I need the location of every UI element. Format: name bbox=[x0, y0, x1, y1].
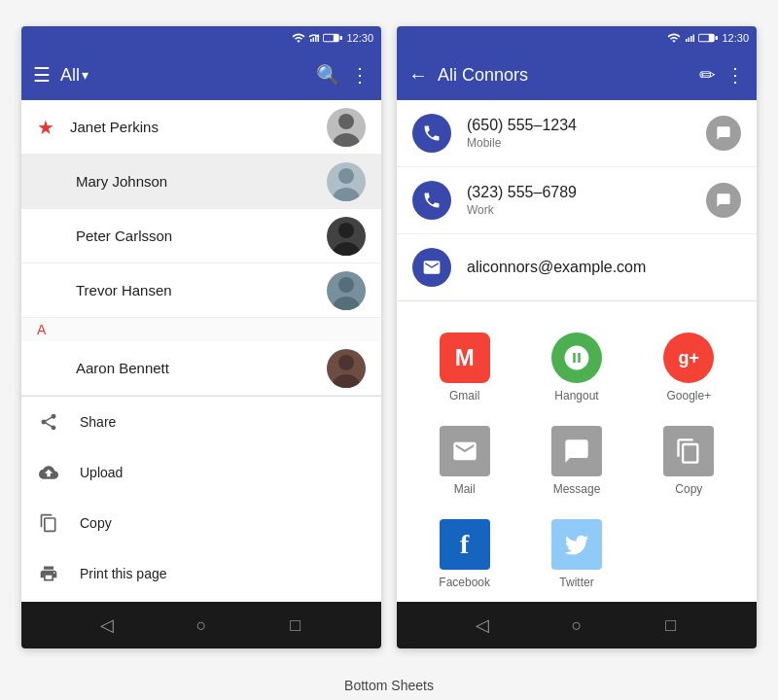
facebook-label: Facebook bbox=[439, 576, 490, 589]
copy-icon bbox=[37, 511, 60, 535]
phone-entry-mobile[interactable]: (650) 555–1234 Mobile bbox=[397, 100, 757, 167]
status-icons bbox=[292, 31, 342, 45]
contact-name-mary: Mary Johnson bbox=[76, 173, 311, 190]
right-status-icons bbox=[667, 31, 718, 45]
svg-point-7 bbox=[338, 114, 354, 129]
right-back-nav-icon[interactable]: ◁ bbox=[465, 608, 500, 643]
right-time: 12:30 bbox=[722, 32, 749, 44]
svg-rect-1 bbox=[313, 38, 315, 43]
contact-name-janet: Janet Perkins bbox=[70, 119, 311, 135]
mail-icon bbox=[440, 426, 490, 476]
back-icon[interactable]: ◁ bbox=[89, 608, 124, 643]
contact-item-aaron[interactable]: Aaron Bennett bbox=[21, 341, 381, 396]
contact-item-trevor[interactable]: Trevor Hansen bbox=[21, 263, 381, 318]
right-recent-nav-icon[interactable]: □ bbox=[654, 608, 689, 643]
print-label: Print this page bbox=[80, 566, 167, 581]
copy-share-icon bbox=[663, 426, 714, 476]
right-status-bar: 12:30 bbox=[397, 26, 757, 50]
dropdown-arrow-icon: ▾ bbox=[82, 67, 88, 83]
sheet-item-print[interactable]: Print this page bbox=[21, 548, 381, 599]
wifi-icon bbox=[292, 31, 305, 45]
sms-icon-work[interactable] bbox=[706, 183, 741, 218]
left-app-bar: ☰ All ▾ 🔍 ⋮ bbox=[21, 50, 381, 100]
svg-point-11 bbox=[338, 223, 354, 238]
section-letter-a: A bbox=[37, 322, 76, 337]
googleplus-label: Google+ bbox=[666, 389, 711, 402]
contact-item-janet[interactable]: ★ Janet Perkins bbox=[21, 100, 381, 155]
share-app-message[interactable]: Message bbox=[524, 418, 628, 504]
share-app-facebook[interactable]: f Facebook bbox=[412, 511, 516, 597]
contact-name-aaron: Aaron Bennett bbox=[76, 360, 311, 376]
work-info: (323) 555–6789 Work bbox=[467, 184, 690, 217]
all-label: All bbox=[60, 65, 80, 86]
svg-point-12 bbox=[333, 242, 360, 256]
email-entry[interactable]: aliconnors@example.com bbox=[397, 234, 757, 301]
contacts-list: ★ Janet Perkins Mary Johnson Peter Carls… bbox=[21, 100, 381, 602]
sheet-item-upload[interactable]: Upload bbox=[21, 447, 381, 498]
work-type: Work bbox=[467, 203, 690, 217]
share-app-mail[interactable]: Mail bbox=[412, 418, 516, 504]
googleplus-icon: g+ bbox=[663, 332, 714, 383]
contact-item-mary[interactable]: Mary Johnson bbox=[21, 155, 381, 209]
svg-rect-2 bbox=[315, 36, 317, 42]
left-bottom-sheet: Share Upload Copy bbox=[21, 396, 381, 599]
gmail-icon: M bbox=[440, 332, 490, 383]
hangout-label: Hangout bbox=[554, 389, 598, 402]
svg-point-8 bbox=[333, 133, 360, 147]
sms-icon-mobile[interactable] bbox=[706, 116, 741, 151]
sheet-item-share[interactable]: Share bbox=[21, 397, 381, 447]
work-number: (323) 555–6789 bbox=[467, 184, 690, 201]
left-phone: 12:30 ☰ All ▾ 🔍 ⋮ ★ Janet Perkins bbox=[21, 26, 381, 648]
svg-rect-6 bbox=[340, 36, 343, 40]
message-label: Message bbox=[553, 482, 601, 496]
share-app-twitter[interactable]: Twitter bbox=[524, 511, 628, 597]
left-status-bar: 12:30 bbox=[21, 26, 381, 50]
page-caption: Bottom Sheets bbox=[344, 678, 434, 693]
contact-name-peter: Peter Carlsson bbox=[76, 228, 311, 244]
svg-point-14 bbox=[333, 297, 360, 310]
recent-icon[interactable]: □ bbox=[278, 608, 313, 643]
search-icon[interactable]: 🔍 bbox=[316, 63, 340, 87]
share-app-gmail[interactable]: M Gmail bbox=[412, 325, 516, 410]
mobile-info: (650) 555–1234 Mobile bbox=[467, 117, 690, 150]
svg-rect-23 bbox=[716, 36, 719, 40]
contact-avatar-janet bbox=[327, 108, 366, 147]
svg-point-10 bbox=[333, 188, 360, 201]
edit-icon[interactable]: ✏ bbox=[699, 63, 716, 87]
right-more-icon[interactable]: ⋮ bbox=[725, 63, 745, 87]
contact-avatar-trevor bbox=[327, 271, 366, 310]
right-battery-icon bbox=[698, 32, 718, 44]
svg-rect-22 bbox=[699, 35, 709, 42]
svg-point-16 bbox=[333, 374, 360, 388]
star-icon: ★ bbox=[37, 116, 54, 139]
share-apps-grid: M Gmail Hangout g+ bbox=[397, 317, 757, 602]
phone-call-icon bbox=[412, 114, 451, 153]
svg-point-13 bbox=[338, 277, 354, 293]
svg-rect-3 bbox=[318, 35, 320, 43]
home-icon[interactable]: ○ bbox=[184, 608, 219, 643]
share-icon bbox=[37, 410, 60, 434]
more-icon[interactable]: ⋮ bbox=[350, 63, 370, 87]
svg-rect-20 bbox=[693, 35, 695, 43]
right-back-arrow-icon[interactable]: ← bbox=[408, 64, 428, 87]
right-phone: 12:30 ← Ali Connors ✏ ⋮ (650) 555–1234 M… bbox=[397, 26, 757, 648]
print-icon bbox=[37, 562, 60, 585]
contact-detail: (650) 555–1234 Mobile (323) 555–6789 Wor… bbox=[397, 100, 757, 602]
menu-icon[interactable]: ☰ bbox=[33, 63, 51, 87]
right-home-nav-icon[interactable]: ○ bbox=[559, 608, 594, 643]
sheet-item-copy[interactable]: Copy bbox=[21, 498, 381, 548]
svg-point-9 bbox=[338, 168, 354, 184]
phone-entry-work[interactable]: (323) 555–6789 Work bbox=[397, 167, 757, 234]
right-share-sheet: M Gmail Hangout g+ bbox=[397, 301, 757, 602]
copy-label: Copy bbox=[80, 515, 112, 531]
left-time: 12:30 bbox=[346, 32, 373, 44]
gmail-label: Gmail bbox=[449, 389, 479, 402]
svg-rect-0 bbox=[310, 39, 312, 42]
share-app-copy[interactable]: Copy bbox=[637, 418, 741, 504]
contact-avatar-peter bbox=[327, 217, 366, 256]
share-app-hangout[interactable]: Hangout bbox=[524, 325, 628, 410]
contact-item-peter[interactable]: Peter Carlsson bbox=[21, 209, 381, 263]
copy-share-label: Copy bbox=[675, 482, 702, 496]
share-app-googleplus[interactable]: g+ Google+ bbox=[637, 325, 741, 410]
all-dropdown[interactable]: All ▾ bbox=[60, 65, 88, 86]
